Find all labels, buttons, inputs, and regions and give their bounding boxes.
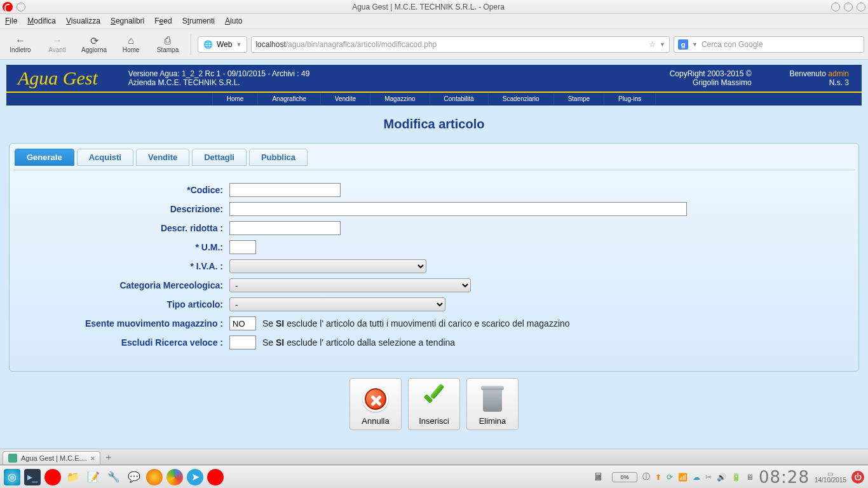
bluetooth-tray-icon[interactable]: ✂ bbox=[705, 473, 712, 482]
nav-home[interactable]: Home bbox=[212, 93, 259, 105]
os-taskbar: ◎ ▸_ 📁 📝 🔧 💬 ➤ 🖩 0% ⓘ ⬆ ⟳ 📶 ☁ ✂ 🔊 🔋 🖥 08… bbox=[0, 465, 868, 488]
descr-ridotta-label: Descr. ridotta : bbox=[20, 223, 229, 233]
chevron-down-icon[interactable]: ▼ bbox=[660, 41, 665, 48]
um-label: * U.M.: bbox=[20, 242, 229, 252]
welcome-label: Benvenuto bbox=[790, 69, 826, 78]
network-tray-icon[interactable]: ☁ bbox=[693, 473, 700, 482]
search-box[interactable]: g ▼ Cerca con Google bbox=[674, 36, 864, 53]
home-button[interactable]: ⌂ Home bbox=[114, 35, 147, 53]
opera-icon[interactable] bbox=[44, 469, 61, 485]
azienda-line: Azienda M.C.E. TECHNIK S.R.L. bbox=[128, 78, 310, 87]
terminal-icon[interactable]: ▸_ bbox=[24, 469, 41, 485]
arrow-left-icon: ← bbox=[15, 35, 26, 46]
menu-visualizza[interactable]: Visualizza bbox=[66, 17, 100, 26]
maximize-button[interactable] bbox=[844, 3, 853, 11]
info-tray-icon[interactable]: ⓘ bbox=[642, 471, 650, 482]
window-titlebar: Agua Gest | M.C.E. TECHNIK S.R.L. - Oper… bbox=[0, 0, 868, 14]
iva-select[interactable] bbox=[229, 259, 426, 273]
globe-icon: 🌐 bbox=[203, 40, 213, 49]
reload-label: Aggiorna bbox=[81, 46, 107, 53]
nav-vendite[interactable]: Vendite bbox=[321, 93, 370, 105]
wifi-tray-icon[interactable]: 📶 bbox=[678, 473, 688, 482]
home-label: Home bbox=[123, 46, 140, 53]
current-user[interactable]: admin bbox=[828, 69, 849, 78]
firefox-icon[interactable] bbox=[146, 469, 163, 485]
tools-icon[interactable]: 🔧 bbox=[105, 469, 122, 485]
battery-indicator[interactable]: 0% bbox=[612, 472, 637, 482]
tab-dettagli[interactable]: Dettagli bbox=[192, 149, 247, 166]
opera-task-icon[interactable] bbox=[207, 469, 224, 485]
url-host: localhost bbox=[255, 40, 285, 49]
chat-icon[interactable]: 💬 bbox=[126, 469, 142, 485]
files-icon[interactable]: 📁 bbox=[65, 469, 81, 485]
copyright-line: CopyRight 2003-2015 © bbox=[670, 69, 752, 78]
calculator-tray-icon[interactable]: 🖩 bbox=[590, 469, 607, 485]
monitor-tray-icon[interactable]: 🖥 bbox=[746, 473, 754, 482]
tipo-select[interactable]: - bbox=[229, 297, 445, 311]
back-button[interactable]: ← Indietro bbox=[4, 35, 37, 53]
nav-stampe[interactable]: Stampe bbox=[554, 93, 604, 105]
inserisci-label: Inserisci bbox=[419, 416, 449, 426]
menu-aiuto[interactable]: Aiuto bbox=[225, 17, 242, 26]
menu-segnalibri[interactable]: Segnalibri bbox=[111, 17, 144, 26]
esente-input[interactable] bbox=[229, 316, 256, 330]
menu-strumenti[interactable]: Strumenti bbox=[182, 17, 215, 26]
browser-menubar: File Modifica Visualizza Segnalibri Feed… bbox=[0, 14, 868, 29]
esente-label: Esente muovimento magazzino : bbox=[20, 318, 229, 329]
bookmark-star-icon[interactable]: ☆ bbox=[649, 40, 656, 49]
check-icon bbox=[420, 385, 448, 413]
chromium-icon[interactable] bbox=[166, 469, 183, 485]
nav-magazzino[interactable]: Magazzino bbox=[370, 93, 430, 105]
escludi-input[interactable] bbox=[229, 336, 256, 349]
updates-tray-icon[interactable]: ⬆ bbox=[655, 473, 661, 482]
toolbar-divider bbox=[191, 34, 191, 55]
menu-feed[interactable]: Feed bbox=[154, 17, 172, 26]
address-bar[interactable]: localhost/agua/bin/anagrafica/articoli/m… bbox=[251, 36, 670, 53]
elimina-button[interactable]: Elimina bbox=[466, 378, 519, 430]
print-button[interactable]: ⎙ Stampa bbox=[151, 35, 184, 53]
reload-button[interactable]: ⟳ Aggiorna bbox=[78, 35, 111, 53]
shutdown-icon[interactable]: ⏻ bbox=[851, 471, 864, 484]
menu-modifica[interactable]: Modifica bbox=[27, 17, 56, 26]
power-tray-icon[interactable]: 🔋 bbox=[731, 473, 741, 482]
nav-scadenziario[interactable]: Scadenziario bbox=[489, 93, 554, 105]
um-input[interactable] bbox=[229, 240, 256, 254]
annulla-button[interactable]: Annulla bbox=[349, 378, 402, 430]
tab-generale[interactable]: Generale bbox=[15, 149, 74, 166]
google-icon: g bbox=[678, 39, 688, 50]
taskbar-clock[interactable]: 08:28 bbox=[759, 468, 810, 487]
close-window-button[interactable] bbox=[857, 3, 865, 11]
browser-tab-active[interactable]: Agua Gest | M.C.E.... × bbox=[3, 451, 100, 464]
categoria-select[interactable]: - bbox=[229, 278, 471, 292]
editor-icon[interactable]: 📝 bbox=[85, 469, 102, 485]
nav-anagrafiche[interactable]: Anagrafiche bbox=[258, 93, 320, 105]
nav-plugins[interactable]: Plug-ins bbox=[604, 93, 656, 105]
chevron-down-icon[interactable]: ▼ bbox=[692, 41, 698, 48]
show-desktop-icon[interactable]: ▭ bbox=[827, 471, 833, 477]
descrizione-input[interactable] bbox=[229, 202, 687, 216]
tipo-label: Tipo articolo: bbox=[20, 299, 229, 309]
start-menu-icon[interactable]: ◎ bbox=[4, 469, 20, 485]
escludi-label: Escludi Ricerca veloce : bbox=[20, 337, 229, 348]
address-scheme-pill[interactable]: 🌐 Web ▼ bbox=[198, 36, 247, 53]
descr-ridotta-input[interactable] bbox=[229, 221, 341, 235]
telegram-icon[interactable]: ➤ bbox=[187, 469, 203, 485]
tab-acquisti[interactable]: Acquisti bbox=[77, 149, 133, 166]
chevron-down-icon: ▼ bbox=[236, 41, 241, 48]
codice-input[interactable] bbox=[229, 183, 341, 197]
new-tab-button[interactable]: ＋ bbox=[103, 452, 114, 463]
tab-pubblica[interactable]: Pubblica bbox=[249, 149, 308, 166]
tab-vendite[interactable]: Vendite bbox=[136, 149, 189, 166]
nav-contabilita[interactable]: Contabilità bbox=[430, 93, 489, 105]
tab-close-icon[interactable]: × bbox=[91, 454, 95, 462]
menu-file[interactable]: File bbox=[5, 17, 17, 26]
volume-tray-icon[interactable]: 🔊 bbox=[717, 473, 726, 482]
sync-tray-icon[interactable]: ⟳ bbox=[667, 473, 673, 482]
form-panel: Generale Acquisti Vendite Dettagli Pubbl… bbox=[9, 143, 859, 372]
inserisci-button[interactable]: Inserisci bbox=[408, 378, 460, 430]
forward-button[interactable]: → Avanti bbox=[41, 35, 74, 53]
opera-menu-button[interactable] bbox=[17, 3, 25, 11]
minimize-button[interactable] bbox=[831, 3, 840, 11]
print-label: Stampa bbox=[157, 46, 179, 53]
browser-toolbar: ← Indietro → Avanti ⟳ Aggiorna ⌂ Home ⎙ … bbox=[0, 29, 868, 60]
